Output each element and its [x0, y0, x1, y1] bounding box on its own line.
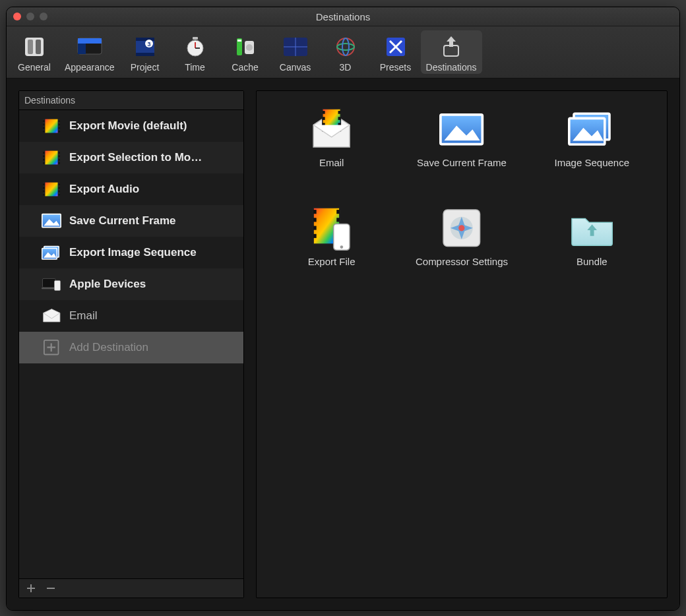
tab-label: Destinations — [426, 62, 477, 73]
svg-point-22 — [337, 38, 354, 55]
canvas-icon — [282, 33, 309, 61]
svg-rect-51 — [43, 187, 45, 189]
svg-rect-77 — [313, 218, 317, 222]
tab-label: Presets — [380, 62, 411, 73]
svg-rect-38 — [45, 151, 57, 165]
general-icon — [20, 33, 48, 61]
sidebar-item-label: Export Movie (default) — [69, 119, 187, 133]
svg-rect-28 — [45, 119, 57, 133]
destination-template[interactable]: Bundle — [530, 203, 654, 295]
film-icon — [42, 118, 61, 134]
sidebar-item-label: Export Selection to Mo… — [69, 151, 202, 164]
svg-rect-29 — [43, 120, 45, 122]
destination-template[interactable]: Export File — [270, 203, 393, 295]
content-area: Destinations Export Movie (default)Expor… — [7, 78, 679, 610]
sidebar-item-add-destination[interactable]: Add Destination — [19, 332, 243, 363]
svg-rect-79 — [313, 226, 317, 230]
svg-rect-33 — [43, 127, 45, 129]
tab-label: Cache — [232, 62, 258, 73]
svg-rect-36 — [58, 131, 60, 133]
sidebar-item[interactable]: Export Image Sequence — [19, 237, 243, 268]
destinations-sidebar: Destinations Export Movie (default)Expor… — [18, 90, 244, 598]
sidebar-item-label: Apple Devices — [69, 278, 146, 291]
destination-template-label: Bundle — [577, 256, 608, 267]
sidebar-item[interactable]: Export Audio — [19, 173, 243, 205]
film-icon — [42, 181, 61, 197]
destination-template-label: Compressor Settings — [416, 256, 508, 267]
svg-rect-12 — [193, 37, 198, 40]
sidebar-item[interactable]: Export Selection to Mo… — [19, 142, 243, 173]
3d-icon — [332, 33, 359, 61]
svg-rect-30 — [58, 120, 60, 122]
tab-presets[interactable]: Presets — [371, 30, 421, 74]
svg-rect-55 — [43, 194, 45, 196]
destinations-icon — [437, 33, 465, 61]
envelope-film-icon — [308, 108, 356, 150]
svg-rect-44 — [58, 159, 60, 161]
remove-destination-button[interactable] — [46, 583, 56, 594]
tab-general[interactable]: General — [9, 30, 59, 74]
sidebar-item-label: Export Image Sequence — [69, 246, 197, 259]
svg-rect-53 — [43, 191, 45, 193]
tab-project[interactable]: 3 Project — [120, 30, 170, 74]
sidebar-header: Destinations — [19, 91, 243, 110]
svg-rect-41 — [43, 156, 45, 158]
destination-template[interactable]: Image Sequence — [530, 104, 654, 197]
destinations-list[interactable]: Export Movie (default)Export Selection t… — [19, 110, 243, 578]
destination-template[interactable]: Save Current Frame — [400, 104, 523, 197]
svg-rect-48 — [45, 183, 57, 197]
tab-time[interactable]: Time — [170, 30, 220, 74]
svg-rect-49 — [43, 183, 45, 185]
sidebar-item[interactable]: Email — [19, 300, 243, 332]
titlebar[interactable]: Destinations — [7, 7, 679, 26]
svg-rect-65 — [323, 111, 325, 115]
photo-icon — [42, 213, 61, 229]
svg-rect-35 — [43, 131, 45, 133]
tab-cache[interactable]: Cache — [220, 30, 270, 74]
cache-icon — [232, 33, 259, 61]
sidebar-item-label: Add Destination — [69, 341, 148, 354]
svg-rect-34 — [58, 127, 60, 129]
photo-stack-icon — [42, 245, 61, 261]
sidebar-item[interactable]: Export Movie (default) — [19, 110, 243, 142]
photo-icon — [438, 108, 485, 150]
svg-rect-62 — [55, 281, 61, 291]
destination-template[interactable]: Email — [270, 104, 393, 197]
tab-canvas[interactable]: Canvas — [270, 30, 321, 74]
tab-3d[interactable]: 3D — [321, 30, 371, 74]
svg-rect-1 — [28, 40, 33, 54]
svg-rect-56 — [58, 194, 60, 196]
sidebar-item-label: Email — [69, 309, 98, 323]
svg-rect-46 — [58, 162, 60, 164]
project-icon: 3 — [131, 33, 159, 61]
svg-rect-67 — [323, 117, 325, 121]
destination-template[interactable]: Compressor Settings — [400, 203, 523, 295]
sidebar-item[interactable]: Save Current Frame — [19, 205, 243, 237]
svg-rect-76 — [336, 210, 340, 214]
svg-rect-4 — [78, 38, 102, 44]
svg-point-18 — [246, 44, 253, 51]
plus-box-icon — [42, 340, 61, 355]
tab-destinations[interactable]: Destinations — [421, 30, 482, 74]
svg-rect-78 — [336, 218, 340, 222]
tab-appearance[interactable]: Appearance — [59, 30, 120, 74]
photo-stack-icon — [568, 108, 615, 150]
tab-label: Time — [185, 62, 205, 73]
svg-rect-5 — [78, 44, 86, 54]
sidebar-item-label: Save Current Frame — [69, 214, 176, 228]
svg-rect-42 — [58, 156, 60, 158]
svg-point-84 — [340, 246, 344, 249]
film-phone-icon — [308, 207, 356, 249]
sidebar-item[interactable]: Apple Devices — [19, 268, 243, 300]
appearance-icon — [76, 33, 104, 61]
preferences-toolbar: General Appearance 3 Project Time Cache — [7, 26, 679, 78]
svg-rect-7 — [136, 38, 154, 41]
tab-label: Appearance — [65, 62, 115, 73]
svg-rect-39 — [43, 152, 45, 154]
svg-rect-66 — [338, 111, 341, 115]
folder-share-icon — [568, 207, 615, 249]
svg-rect-2 — [36, 40, 41, 54]
destination-templates-grid: EmailSave Current FrameImage SequenceExp… — [256, 90, 668, 598]
add-destination-button[interactable] — [26, 583, 36, 594]
svg-rect-31 — [43, 124, 45, 126]
